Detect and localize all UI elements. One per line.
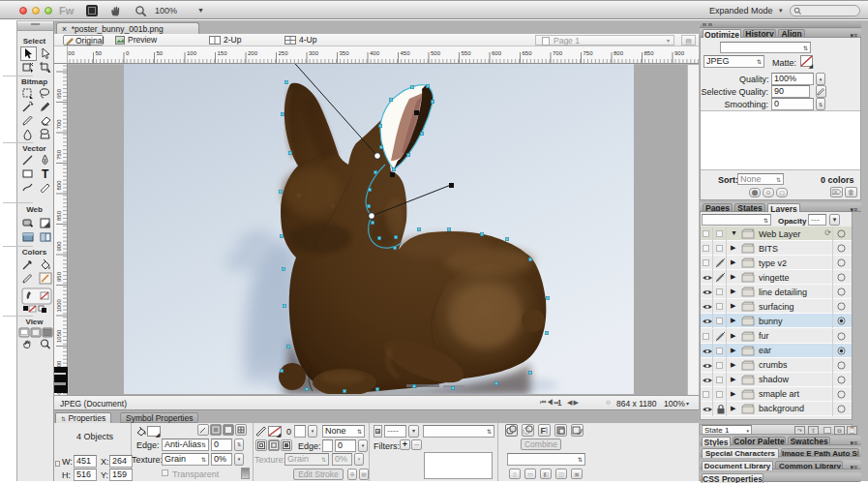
svg-text:1000: 1000 — [56, 298, 62, 312]
svg-text:T: T — [42, 167, 49, 180]
svg-text:150: 150 — [218, 50, 228, 56]
svg-text:800: 800 — [614, 50, 624, 56]
svg-text:1050: 1050 — [56, 329, 62, 343]
svg-text:300: 300 — [309, 50, 319, 56]
svg-text:650: 650 — [523, 50, 533, 56]
svg-text:800: 800 — [56, 180, 62, 191]
svg-text:850: 850 — [644, 50, 655, 56]
svg-text:550: 550 — [462, 50, 472, 56]
svg-text:400: 400 — [370, 50, 380, 56]
svg-text:50: 50 — [157, 50, 164, 56]
svg-text:900: 900 — [674, 50, 685, 56]
svg-text:F: F — [541, 426, 547, 436]
svg-text:450: 450 — [401, 50, 411, 56]
svg-text:100: 100 — [187, 50, 197, 56]
svg-text:750: 750 — [56, 149, 62, 160]
svg-text:0: 0 — [126, 50, 130, 56]
svg-text:350: 350 — [340, 50, 350, 56]
svg-text:600: 600 — [492, 50, 502, 56]
svg-text:900: 900 — [56, 241, 62, 252]
svg-text:250: 250 — [279, 50, 289, 56]
svg-text:200: 200 — [248, 50, 258, 56]
svg-text:700: 700 — [56, 119, 62, 130]
svg-text:950: 950 — [56, 271, 62, 282]
svg-text:750: 750 — [584, 50, 594, 56]
svg-text:700: 700 — [553, 50, 563, 56]
svg-text:500: 500 — [431, 50, 441, 56]
svg-text:100: 100 — [68, 50, 75, 56]
svg-text:850: 850 — [56, 210, 62, 221]
svg-text:650: 650 — [56, 88, 62, 99]
svg-text:50: 50 — [96, 50, 103, 56]
